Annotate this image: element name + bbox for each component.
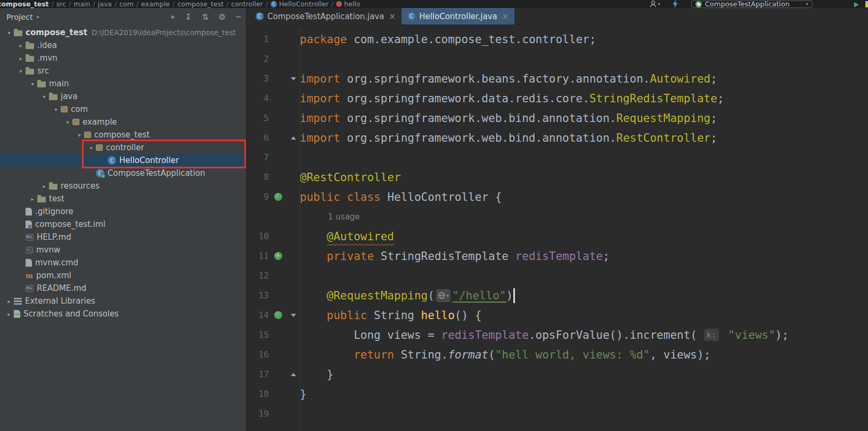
editor-line[interactable]: 6import org.springframework.web.bind.ann… [247,128,868,148]
tree-item-help-md[interactable]: HELP.md [0,231,246,243]
tree-item-hellocontroller[interactable]: HelloController [0,154,246,167]
spring-gutter-slot[interactable] [269,193,287,201]
tree-item-external-libraries[interactable]: ▸External Libraries [0,295,246,307]
breadcrumb-item-example[interactable]: example [140,0,171,8]
tree-item-pom-xml[interactable]: pom.xml [0,269,246,282]
breadcrumb-item-hello[interactable]: hello [335,0,361,8]
editor-line[interactable]: 16 return String.format("hell world, vie… [247,345,868,364]
editor-line[interactable]: 2 [247,49,868,69]
token-def: () { [455,309,482,322]
spring-arrow-gutter-slot[interactable] [269,252,287,260]
chevron-right-icon[interactable]: ▸ [16,43,26,48]
token-def: org.springframework.beans.factory.annota… [340,72,650,85]
tree-item-example[interactable]: ▾example [0,116,246,128]
editor-tab[interactable]: ComposeTestApplication.java× [250,8,402,25]
breadcrumb-separator: / [67,0,72,8]
collapse-all-icon[interactable]: ↧ [185,12,192,22]
close-icon[interactable]: × [389,12,396,21]
breadcrumb-item-src[interactable]: src [55,0,67,8]
editor-line[interactable]: 11 private StringRedisTemplate redisTemp… [247,246,868,266]
breadcrumb-item-compose_test[interactable]: compose_test [0,0,50,8]
tree-item-main[interactable]: ▾main [0,77,246,90]
chevron-down-icon[interactable]: ▾ [86,145,96,151]
editor-line[interactable]: 9public class HelloController { [247,187,868,207]
locate-file-icon[interactable]: ⌖ [170,12,175,22]
tree-item-mvn[interactable]: ▸.mvn [0,52,246,64]
tree-item-mvnw-cmd[interactable]: mvnw.cmd [0,256,246,269]
breadcrumb-item-compose_test[interactable]: compose_test [176,0,225,8]
usages-inlay-hint[interactable]: 1 usage [328,212,360,222]
chevron-right-icon[interactable]: ▸ [4,298,14,304]
editor-line[interactable]: 13 @RequestMapping(▾"/hello") [247,286,868,305]
fold-up-slot[interactable] [287,373,300,376]
editor-tab[interactable]: HelloController.java× [402,8,514,25]
tree-item-compose-test[interactable]: ▾compose_testD:\IDEA2019\IdeaProjects\co… [0,26,246,39]
spring-gutter-slot[interactable] [269,311,287,319]
chevron-right-icon[interactable]: ▸ [4,311,14,317]
editor-line[interactable]: 3import org.springframework.beans.factor… [247,69,868,88]
token-imp: RestController [616,132,710,144]
breadcrumb-item-main[interactable]: main [72,0,91,8]
chevron-right-icon[interactable]: ▸ [16,55,26,61]
chevron-down-icon[interactable]: ▾ [63,119,72,125]
tree-item-scratches-and-consoles[interactable]: ▸Scratches and Consoles [0,307,246,320]
breadcrumb-item-com[interactable]: com [118,0,135,8]
fold-up-slot[interactable] [287,136,300,140]
chevron-down-icon[interactable]: ▾ [16,68,26,74]
chevron-down-icon[interactable]: ▾ [51,107,61,112]
chevron-right-icon[interactable]: ▸ [39,183,49,189]
chevron-down-icon[interactable]: ▾ [28,81,37,87]
tree-item-idea[interactable]: ▸.idea [0,39,246,52]
editor-line[interactable]: 10 @Autowired [247,226,868,246]
token-def: Long views = [300,329,441,341]
url-mapping-inlay-icon[interactable]: ▾ [436,289,451,302]
editor-line[interactable]: 12 [247,266,868,286]
quick-action-button[interactable] [672,0,678,8]
user-account-button[interactable]: ▾ [649,0,660,8]
tree-item-gitignore[interactable]: .gitignore [0,205,246,218]
editor-line[interactable]: 4import org.springframework.data.redis.c… [247,88,868,108]
sort-icon[interactable]: ⇅ [202,12,209,22]
chevron-down-icon[interactable]: ▾ [39,94,49,100]
run-configuration-select[interactable]: ComposeTestApplication ▾ [691,1,813,8]
tree-item-compose-test-iml[interactable]: compose_test.iml [0,218,246,231]
tree-item-mvnw[interactable]: mvnw [0,243,246,256]
fold-down-slot[interactable] [287,314,300,317]
fold-down-slot[interactable] [287,77,300,80]
editor-lines[interactable]: 1package com.example.compose_test.contro… [247,25,868,431]
clipped-toolbar-icon [865,1,868,7]
editor-line[interactable]: 8@RestController [247,167,868,187]
line-number: 15 [247,330,269,340]
editor-tabs: ComposeTestApplication.java×HelloControl… [247,8,868,25]
close-icon[interactable]: × [502,12,509,21]
tree-item-compose-test[interactable]: ▾compose_test [0,128,246,141]
tree-item-test[interactable]: ▸test [0,192,246,205]
hide-panel-icon[interactable]: ─ [236,12,241,22]
tree-item-java[interactable]: ▾java [0,90,246,103]
tree-item-readme-md[interactable]: README.md [0,282,246,295]
breadcrumb-item-java[interactable]: java [97,0,113,8]
editor-line[interactable]: 5import org.springframework.web.bind.ann… [247,108,868,128]
tree-item-controller[interactable]: ▾controller [0,141,246,154]
tree-item-src[interactable]: ▾src [0,64,246,77]
chevron-down-icon[interactable]: ▾ [4,30,14,36]
breadcrumb-item-controller[interactable]: controller [230,0,264,8]
editor-line[interactable]: 17 } [247,364,868,384]
chevron-right-icon[interactable]: ▸ [28,196,37,202]
project-view-selector[interactable]: Project ▾ [6,13,39,21]
editor-line[interactable]: 1package com.example.compose_test.contro… [247,29,868,49]
tree-item-resources[interactable]: ▸resources [0,180,246,192]
tree-item-com[interactable]: ▾com [0,103,246,116]
editor-line[interactable]: 19 [247,404,868,424]
settings-gear-icon[interactable]: ⚙ [219,12,226,22]
editor-line[interactable]: 14 public String hello() { [247,305,868,325]
run-button[interactable]: ▶ [854,1,859,8]
chevron-down-icon[interactable]: ▾ [75,132,84,138]
editor-line[interactable]: 1 usage [247,207,868,226]
editor-line[interactable]: 15 Long views = redisTemplate.opsForValu… [247,325,868,345]
editor-line[interactable]: 7 [247,148,868,167]
breadcrumb-item-hellocontroller[interactable]: HelloController [269,0,330,8]
tree-item-composetestapplication[interactable]: ComposeTestApplication [0,167,246,180]
breadcrumb-separator: / [135,0,140,8]
editor-line[interactable]: 18} [247,384,868,404]
